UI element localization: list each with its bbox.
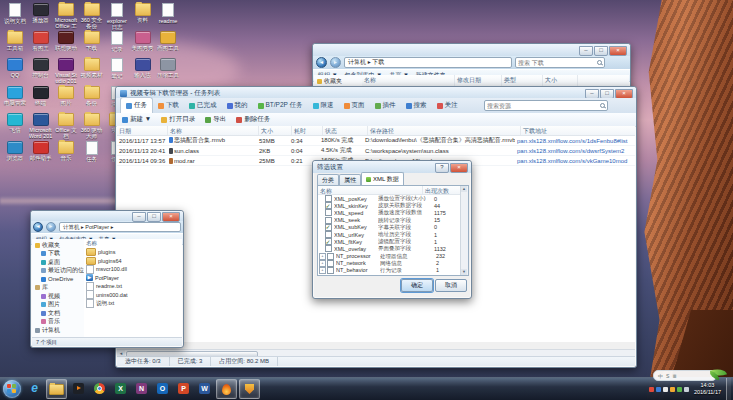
desktop-icon[interactable]: 画图工具: [156, 31, 180, 51]
desktop-icon[interactable]: explorer 日志: [105, 3, 129, 31]
field-row[interactable]: +NT_processor处理器信息232: [318, 253, 468, 260]
desktop-icon[interactable]: 图片: [54, 86, 78, 106]
nav-item[interactable]: 图片: [35, 301, 85, 310]
tray-icon[interactable]: [649, 387, 654, 392]
checkbox[interactable]: [325, 209, 332, 216]
desktop-icon[interactable]: 压缩工具: [156, 58, 180, 78]
taskbar-button-outlook[interactable]: O: [153, 379, 172, 397]
tray-icon[interactable]: [677, 387, 682, 392]
checkbox[interactable]: [327, 267, 334, 274]
explorer-titlebar[interactable]: –□×: [31, 211, 183, 221]
close-button[interactable]: ×: [609, 46, 627, 56]
nav-item[interactable]: 音乐: [35, 318, 85, 327]
taskbar-button-media-player[interactable]: [69, 379, 88, 397]
taskbar-button-explorer[interactable]: [46, 379, 67, 399]
clock[interactable]: 14:03 2016/11/17: [691, 382, 724, 396]
start-button[interactable]: [3, 380, 21, 398]
desktop-icon[interactable]: 邮件助手: [29, 141, 53, 161]
ok-button[interactable]: 确定: [401, 279, 433, 292]
file-row[interactable]: plugins: [86, 248, 182, 257]
column-header[interactable]: 类型: [502, 75, 543, 86]
ime-glyph[interactable]: 中: [658, 373, 663, 379]
vertical-scrollbar[interactable]: ▲▼: [460, 186, 468, 275]
field-row[interactable]: XML_subKey字幕关联字段0: [318, 224, 468, 231]
address-bar[interactable]: 计算机 ▸ 下载: [344, 57, 512, 68]
desktop-icon[interactable]: 输入法: [131, 58, 155, 78]
close-button[interactable]: ×: [450, 163, 468, 173]
taskbar-button-word[interactable]: W: [195, 379, 214, 397]
column-header[interactable]: 名称: [168, 126, 259, 135]
toolbar-button[interactable]: 新建 ▼: [122, 115, 151, 124]
desktop-icon[interactable]: 360 安全备份: [80, 3, 104, 30]
desktop-icon[interactable]: 联想驱动: [54, 31, 78, 51]
tab-关注[interactable]: 关注: [432, 98, 463, 113]
desktop-icon[interactable]: 资料: [131, 3, 155, 23]
tray-icon[interactable]: [656, 387, 661, 392]
desktop-icon[interactable]: 视频素材: [80, 58, 104, 78]
field-row[interactable]: +NT_behavior行为记录1: [318, 267, 468, 274]
expander-icon[interactable]: +: [319, 253, 326, 260]
checkbox[interactable]: [325, 245, 332, 252]
ime-glyph[interactable]: ≣: [672, 373, 676, 379]
dialog-tab-XML 数据[interactable]: XML 数据: [361, 172, 404, 185]
file-row[interactable]: ▶PotPlayer: [86, 274, 182, 283]
desktop-icon[interactable]: 电脑管家: [3, 86, 27, 106]
min-button[interactable]: –: [132, 212, 146, 222]
field-row[interactable]: XML_skinKey皮肤关联数据字段44: [318, 202, 468, 209]
field-row[interactable]: XML_urlKey地址历史字段1: [318, 231, 468, 238]
scroll-down-icon[interactable]: ▼: [461, 269, 467, 275]
forward-icon[interactable]: ▸: [46, 222, 56, 232]
field-row[interactable]: +NT_network网络信息2: [318, 260, 468, 267]
checkbox[interactable]: [325, 202, 332, 209]
column-header[interactable]: 日期: [117, 126, 168, 135]
desktop-icon[interactable]: 工具箱: [3, 31, 27, 51]
nav-item[interactable]: 最近访问的位置: [35, 267, 85, 276]
address-bar[interactable]: 计算机 ▸ PotPlayer ▸: [59, 222, 181, 232]
ime-toolbar[interactable]: 中S≣: [653, 370, 717, 381]
max-button[interactable]: □: [600, 89, 614, 99]
dialog-tab-分类[interactable]: 分类: [317, 174, 339, 185]
tab-BT/P2P 任务[interactable]: BT/P2P 任务: [253, 98, 308, 113]
field-row[interactable]: XML_posKey播放位置字段(大小)0: [318, 195, 468, 202]
desktop-icon[interactable]: Office 文档: [54, 113, 78, 140]
taskbar-button-powerpoint[interactable]: P: [174, 379, 193, 397]
desktop-icon[interactable]: 终端: [29, 86, 53, 106]
desktop-icon[interactable]: 飞信: [3, 113, 27, 133]
desktop-icon[interactable]: Microsoft Word 2010: [29, 113, 53, 140]
desktop-icon[interactable]: 笔记: [105, 58, 129, 79]
taskbar-button-ie[interactable]: e: [25, 379, 44, 397]
column-header[interactable]: 耗时: [292, 126, 323, 135]
desktop-icon[interactable]: 360 驱动大师: [80, 113, 104, 140]
column-header[interactable]: 名称: [362, 75, 455, 86]
tray-icon[interactable]: [670, 387, 675, 392]
help-button[interactable]: ?: [435, 163, 449, 173]
back-icon[interactable]: ◂: [33, 222, 43, 232]
nav-item[interactable]: 库: [35, 284, 85, 293]
field-row[interactable]: XML_speed播放速度字段数值1175: [318, 209, 468, 216]
min-button[interactable]: –: [585, 89, 599, 99]
column-header[interactable]: 名称: [318, 186, 423, 194]
column-header[interactable]: 修改日期: [455, 75, 502, 86]
expander-icon[interactable]: +: [319, 267, 326, 274]
tab-插件[interactable]: 插件: [370, 98, 401, 113]
nav-item[interactable]: 收藏夹: [317, 77, 363, 86]
checkbox[interactable]: [327, 260, 334, 267]
nav-item[interactable]: 收藏夹: [35, 241, 85, 250]
column-header[interactable]: 下载地址: [521, 126, 635, 135]
desktop-icon[interactable]: 播放器: [29, 3, 53, 23]
desktop-icon[interactable]: 备份: [80, 86, 104, 106]
min-button[interactable]: –: [579, 46, 593, 56]
explorer-titlebar[interactable]: –□×: [313, 44, 630, 56]
desktop-icon[interactable]: 下载: [80, 31, 104, 51]
scroll-up-icon[interactable]: ▲: [461, 186, 467, 192]
desktop-icon[interactable]: 任务: [80, 141, 104, 162]
tray-icon[interactable]: [684, 387, 689, 392]
field-row[interactable]: XML_fltKey滤镜配置字段1: [318, 238, 468, 245]
tab-限速[interactable]: 限速: [308, 98, 339, 113]
dialog-tab-属性[interactable]: 属性: [339, 174, 361, 185]
tab-已完成[interactable]: 已完成: [184, 98, 222, 113]
search-input[interactable]: [518, 60, 597, 66]
desktop-icon[interactable]: 控制台: [29, 58, 53, 78]
max-button[interactable]: □: [147, 212, 161, 222]
close-button[interactable]: ×: [615, 89, 633, 99]
